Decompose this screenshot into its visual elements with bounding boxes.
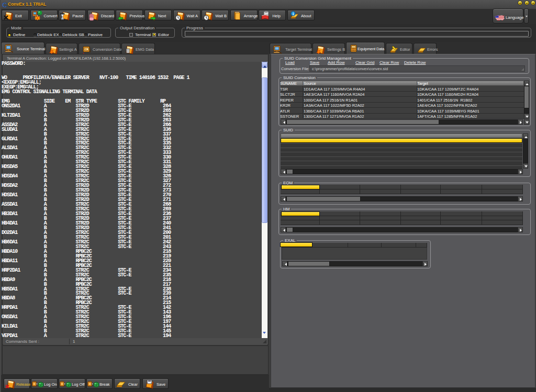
svg-text:C: C bbox=[2, 1, 7, 8]
svg-text:i: i bbox=[293, 12, 294, 16]
